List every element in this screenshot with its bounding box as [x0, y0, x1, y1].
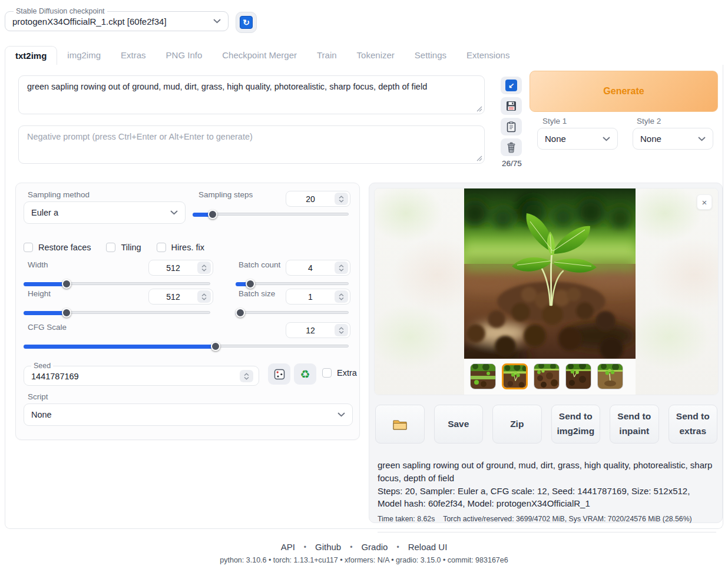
open-folder-button[interactable] — [375, 405, 425, 444]
checkbox-icon — [106, 243, 115, 252]
cfg-scale-slider[interactable] — [24, 341, 349, 350]
footer-link-api[interactable]: API — [281, 542, 295, 552]
clear-prompt-button[interactable] — [501, 138, 522, 156]
generate-button[interactable]: Generate — [530, 71, 718, 112]
chevron-down-icon — [698, 137, 706, 141]
gallery-thumbnail-1[interactable] — [470, 363, 496, 389]
tab-png-info[interactable]: PNG Info — [156, 46, 213, 65]
style1-label: Style 1 — [542, 117, 567, 125]
sampling-method-dropdown[interactable]: Euler a — [24, 201, 186, 224]
slider-handle[interactable] — [62, 279, 71, 289]
width-input[interactable]: 512 — [148, 260, 213, 276]
refresh-checkpoint-button[interactable]: ↻ — [236, 12, 257, 33]
cfg-scale-input[interactable]: 12 — [286, 322, 350, 338]
tab-tokenizer[interactable]: Tokenizer — [347, 46, 405, 65]
tab-extensions[interactable]: Extensions — [456, 46, 519, 65]
send-to-extras-button[interactable]: Send to extras — [669, 405, 718, 444]
tab-settings[interactable]: Settings — [405, 46, 456, 65]
footer-link-gradio[interactable]: Gradio — [361, 542, 388, 552]
save-button[interactable]: Save — [434, 405, 484, 444]
gallery-thumbnail-5[interactable] — [597, 363, 623, 389]
height-value: 512 — [149, 292, 197, 302]
sampling-steps-input[interactable]: 20 — [286, 191, 350, 207]
footer-separator: • — [350, 543, 352, 551]
slider-handle[interactable] — [62, 308, 71, 317]
height-label: Height — [28, 289, 51, 298]
gallery-thumbnail-3[interactable] — [534, 363, 560, 389]
info-time-taken: Time taken: 8.62s — [378, 514, 435, 525]
info-prompt: green sapling rowing out of ground, mud,… — [378, 459, 716, 485]
send-to-inpaint-button[interactable]: Send to inpaint — [610, 405, 659, 444]
chevron-down-icon — [339, 330, 344, 334]
style2-dropdown[interactable]: None — [633, 128, 713, 150]
width-label: Width — [28, 260, 48, 269]
slider-handle[interactable] — [208, 210, 217, 219]
checkpoint-selector[interactable]: Stable Diffusion checkpoint protogenX34O… — [5, 7, 229, 31]
width-value: 512 — [149, 263, 197, 273]
height-slider[interactable] — [24, 307, 210, 317]
tab-txt2img[interactable]: txt2img — [5, 46, 57, 65]
restore-faces-checkbox[interactable]: Restore faces — [24, 243, 91, 252]
tab-img2img[interactable]: img2img — [57, 46, 111, 65]
cfg-scale-label: CFG Scale — [28, 323, 67, 332]
stepper-buttons[interactable] — [335, 290, 348, 303]
batch-size-input[interactable]: 1 — [286, 289, 350, 305]
sampling-method-value: Euler a — [31, 208, 58, 217]
tab-checkpoint-merger[interactable]: Checkpoint Merger — [212, 46, 307, 65]
prompt-input[interactable]: green sapling rowing out of ground, mud,… — [18, 75, 485, 114]
folder-icon — [393, 419, 407, 430]
batch-count-slider[interactable] — [236, 279, 349, 288]
stepper-buttons[interactable] — [335, 324, 348, 336]
height-input[interactable]: 512 — [148, 289, 213, 305]
chevron-down-icon — [201, 268, 207, 272]
seed-input[interactable]: Seed 1441787169 — [24, 362, 259, 386]
footer-link-reload-ui[interactable]: Reload UI — [408, 542, 448, 552]
tiling-checkbox[interactable]: Tiling — [106, 243, 141, 252]
apply-style-button[interactable] — [501, 118, 522, 135]
generation-settings-card: Sampling method Euler a Sampling steps 2… — [15, 183, 360, 440]
slider-handle[interactable] — [246, 279, 255, 289]
script-dropdown[interactable]: None — [24, 403, 353, 426]
tab-extras[interactable]: Extras — [111, 46, 156, 65]
zip-button[interactable]: Zip — [492, 405, 542, 444]
stepper-buttons[interactable] — [335, 262, 348, 274]
footer-link-github[interactable]: Github — [315, 542, 341, 552]
random-seed-button[interactable] — [268, 363, 290, 385]
stepper-buttons[interactable] — [240, 370, 253, 382]
generated-image[interactable] — [464, 188, 636, 359]
negative-prompt-input[interactable] — [18, 125, 485, 164]
stepper-buttons[interactable] — [335, 193, 348, 205]
trash-icon — [506, 142, 517, 153]
tab-train[interactable]: Train — [307, 46, 347, 65]
slider-handle[interactable] — [236, 308, 245, 317]
style1-dropdown[interactable]: None — [537, 128, 618, 150]
prompt-tools: ↙ — [501, 77, 523, 168]
batch-count-label: Batch count — [239, 260, 280, 269]
gallery-thumbnail-2-selected[interactable] — [502, 363, 528, 389]
seed-value: 1441787169 — [31, 372, 79, 381]
sampling-steps-label: Sampling steps — [198, 190, 253, 199]
batch-size-slider[interactable] — [236, 307, 349, 317]
chevron-down-icon — [244, 376, 249, 380]
reuse-seed-button[interactable]: ♻ — [294, 363, 316, 385]
main-tabs: txt2img img2img Extras PNG Info Checkpoi… — [5, 46, 723, 65]
stepper-buttons[interactable] — [197, 290, 211, 303]
stable-diffusion-webui: Stable Diffusion checkpoint protogenX34O… — [0, 0, 728, 569]
footer-separator: • — [396, 543, 399, 551]
hires-fix-checkbox[interactable]: Hires. fix — [157, 243, 204, 252]
stepper-buttons[interactable] — [197, 262, 211, 274]
script-value: None — [31, 410, 52, 419]
close-icon: × — [702, 198, 707, 207]
send-to-img2img-button[interactable]: Send to img2img — [551, 405, 601, 444]
extra-seed-checkbox[interactable]: Extra — [322, 368, 357, 378]
width-slider[interactable] — [24, 279, 210, 288]
gallery-close-button[interactable]: × — [697, 194, 712, 210]
sampling-steps-slider[interactable] — [193, 209, 349, 219]
checkbox-icon — [24, 243, 33, 252]
slider-handle[interactable] — [211, 342, 220, 351]
gallery-thumbnail-4[interactable] — [565, 363, 591, 389]
paste-params-button[interactable]: ↙ — [501, 77, 522, 94]
output-card: × Save Zip Send to img2img Send to inpai… — [369, 183, 723, 523]
batch-count-input[interactable]: 4 — [286, 260, 350, 276]
save-style-button[interactable] — [501, 97, 522, 115]
